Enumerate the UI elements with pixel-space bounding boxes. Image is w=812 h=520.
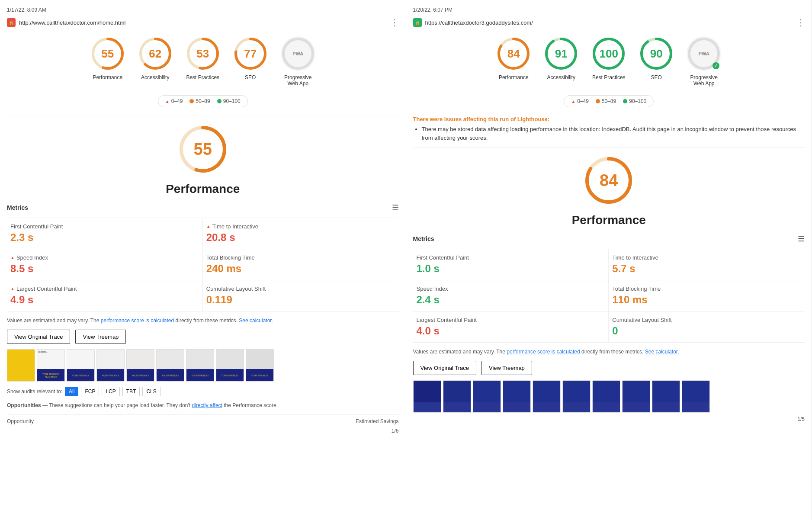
left-thumb-6-top (157, 350, 184, 369)
right-footnote-link1[interactable]: performance score is calculated (507, 349, 580, 355)
right-metrics-menu-icon[interactable]: ☰ (798, 234, 805, 244)
right-thumb-9-top (652, 381, 680, 402)
right-btn-row: View Original Trace View Treemap (413, 361, 805, 375)
left-metric-tti: ▲ Time to Interactive 20.8 s (203, 218, 399, 249)
left-page-num: 1/6 (7, 428, 399, 434)
left-acc-score-num: 62 (149, 47, 161, 61)
left-opp-link[interactable]: directly affect (192, 402, 222, 408)
left-metric-tti-name: ▲ Time to Interactive (206, 223, 395, 230)
right-thumb-2-bottom (443, 402, 471, 413)
left-metric-fcp-name: First Contentful Paint (10, 223, 199, 230)
left-seo-score-num: 77 (244, 47, 257, 61)
left-footnote-link2[interactable]: See calculator. (239, 318, 273, 324)
right-thumb-5-bottom (533, 402, 560, 413)
left-metric-si: ▲ Speed Index 8.5 s (7, 249, 203, 280)
left-metric-si-value: 8.5 s (10, 263, 199, 275)
right-metric-tti-value: 5.7 s (612, 263, 801, 275)
right-thumb-7 (592, 380, 620, 413)
right-metric-lcp: Largest Contentful Paint 4.0 s (413, 311, 609, 343)
right-thumb-9-bottom (652, 402, 680, 413)
right-footnote: Values are estimated and may vary. The p… (413, 348, 805, 356)
right-score-circle-seo: 90 (639, 36, 674, 71)
right-score-seo[interactable]: 90 SEO (639, 36, 674, 87)
left-filter-fcp[interactable]: FCP (81, 387, 99, 396)
right-divider1 (413, 147, 805, 148)
left-thumb-2-top: Loading... (37, 350, 64, 369)
right-metric-lcp-name: Largest Contentful Paint (417, 317, 605, 323)
right-thumb-9 (652, 380, 680, 413)
right-thumb-3-bottom (473, 402, 501, 413)
left-score-bestpractices[interactable]: 53 Best Practices (186, 36, 220, 87)
right-metric-si-name: Speed Index (417, 286, 605, 292)
left-thumb-5: YOUR FRIENDLY (126, 349, 154, 382)
left-thumb-4-top (97, 350, 124, 369)
left-url-bar: 🔒 http://www.callthetaxdoctor.com/home.h… (7, 17, 399, 28)
left-legend-range2: 50–89 (196, 98, 210, 104)
left-opp-bold: Opportunities (7, 402, 41, 408)
left-score-pwa[interactable]: PWA Progressive Web App (281, 36, 315, 87)
right-seo-score-num: 90 (650, 47, 663, 61)
left-url: http://www.callthetaxdoctor.com/home.htm… (19, 19, 387, 26)
left-footnote-link1[interactable]: performance score is calculated (101, 318, 174, 324)
right-panel: 1/20/22, 6:07 PM 🔒 https://callthetaxdoc… (406, 0, 812, 520)
right-metric-si-value: 2.4 s (417, 294, 605, 306)
right-score-pwa[interactable]: PWA ✓ Progressive Web App (687, 36, 721, 87)
left-acc-label: Accessibility (141, 74, 169, 80)
left-view-trace-btn[interactable]: View Original Trace (7, 330, 70, 344)
right-thumb-10 (682, 380, 710, 413)
left-filters-row: Show audits relevant to: All FCP LCP TBT… (7, 387, 399, 396)
left-filters-label: Show audits relevant to: (7, 388, 62, 395)
left-legend-green-dot (217, 99, 221, 103)
left-lcp-triangle: ▲ (10, 286, 15, 291)
right-thumb-10-top (682, 381, 709, 402)
left-score-circle-seo: 77 (233, 36, 268, 71)
left-metrics-menu-icon[interactable]: ☰ (392, 203, 399, 212)
left-filter-cls[interactable]: CLS (142, 387, 160, 396)
left-more-icon[interactable]: ⋮ (390, 17, 399, 28)
left-metric-cls: Cumulative Layout Shift 0.119 (203, 280, 399, 311)
right-score-performance[interactable]: 84 Performance (496, 36, 531, 87)
right-legend-low: ▲ 0–49 (571, 98, 589, 104)
left-section-title: Performance (7, 182, 399, 196)
right-more-icon[interactable]: ⋮ (796, 17, 805, 28)
right-footnote-link2[interactable]: See calculator. (645, 349, 679, 355)
left-score-performance[interactable]: 55 Performance (90, 36, 125, 87)
right-seo-label: SEO (651, 74, 662, 80)
left-legend-high: 90–100 (217, 98, 241, 104)
right-legend-range2: 50–89 (602, 98, 616, 104)
left-thumb-9: YOUR FRIENDLY (246, 349, 274, 382)
right-thumb-8-bottom (623, 402, 650, 413)
left-thumb-4-bottom: YOUR FRIENDLY (97, 369, 124, 382)
right-legend: ▲ 0–49 50–89 90–100 (564, 95, 654, 107)
left-metric-cls-name: Cumulative Layout Shift (206, 286, 395, 292)
left-divider1 (7, 116, 399, 116)
right-metric-tbt-value: 110 ms (612, 294, 801, 306)
right-metric-cls-name: Cumulative Layout Shift (612, 317, 801, 323)
left-thumb-4: YOUR FRIENDLY (96, 349, 125, 382)
left-filter-lcp[interactable]: LCP (102, 387, 119, 396)
right-score-circle-performance: 84 (496, 36, 531, 71)
right-metric-tti: Time to Interactive 5.7 s (609, 249, 805, 280)
left-score-circle-pwa: PWA (281, 36, 315, 71)
left-thumb-8-bottom: YOUR FRIENDLY (216, 369, 244, 382)
left-pwa-score-num: PWA (292, 51, 303, 56)
left-filter-tbt[interactable]: TBT (122, 387, 140, 396)
right-score-circle-accessibility: 91 (544, 36, 578, 71)
left-score-accessibility[interactable]: 62 Accessibility (138, 36, 173, 87)
left-thumb-7: YOUR FRIENDLY (186, 349, 214, 382)
left-filter-all[interactable]: All (65, 387, 78, 396)
left-score-seo[interactable]: 77 SEO (233, 36, 268, 87)
left-metric-cls-value: 0.119 (206, 294, 395, 306)
left-metric-tbt: Total Blocking Time 240 ms (203, 249, 399, 280)
right-acc-label: Accessibility (547, 74, 575, 80)
right-score-bestpractices[interactable]: 100 Best Practices (591, 36, 626, 87)
right-view-trace-btn[interactable]: View Original Trace (413, 361, 476, 375)
right-score-accessibility[interactable]: 91 Accessibility (544, 36, 578, 87)
left-col-savings: Estimated Savings (356, 418, 398, 424)
right-thumb-5 (533, 380, 561, 413)
right-view-treemap-btn[interactable]: View Treemap (481, 361, 532, 375)
left-metric-tti-value: 20.8 s (206, 231, 395, 244)
left-view-treemap-btn[interactable]: View Treemap (75, 330, 126, 344)
left-thumb-3-bottom: YOUR FRIENDLY (67, 369, 94, 382)
left-metric-lcp-value: 4.9 s (10, 294, 199, 306)
